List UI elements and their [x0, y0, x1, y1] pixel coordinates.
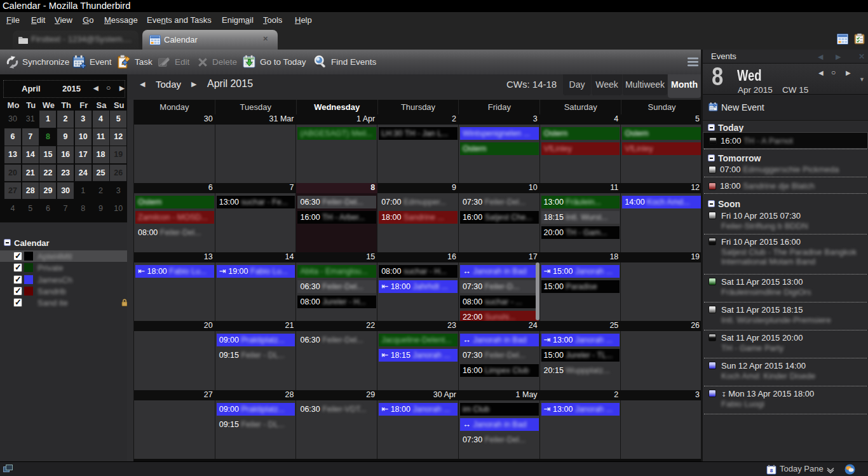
- svg-text:8: 8: [770, 468, 773, 473]
